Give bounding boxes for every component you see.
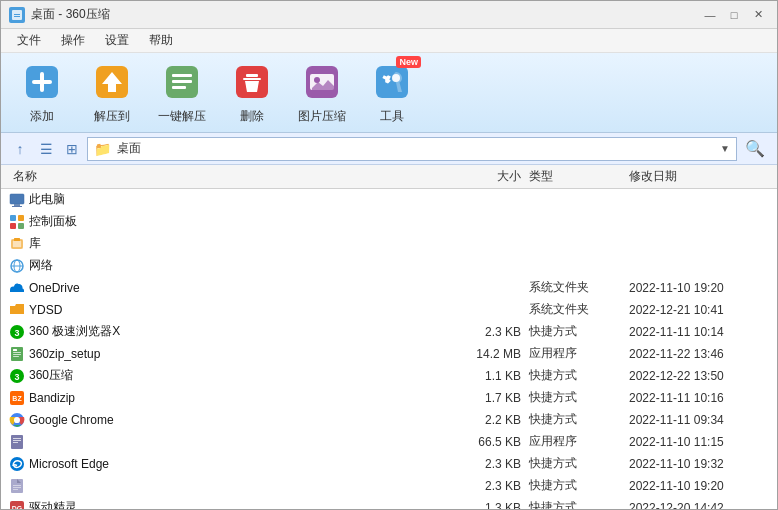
svg-rect-25	[18, 223, 24, 229]
file-row[interactable]: Google Chrome2.2 KB快捷方式2022-11-11 09:34	[1, 409, 777, 431]
file-date: 2022-11-22 13:46	[629, 347, 769, 361]
menu-item-帮助[interactable]: 帮助	[141, 30, 181, 51]
svg-rect-2	[14, 16, 20, 17]
tool-button-extract-to[interactable]: 解压到	[87, 60, 137, 125]
file-name-cell: 网络	[9, 257, 449, 274]
file-size: 1.1 KB	[449, 369, 529, 383]
file-date: 2022-12-22 13:50	[629, 369, 769, 383]
file-row[interactable]: 此电脑	[1, 189, 777, 211]
close-button[interactable]: ✕	[747, 5, 769, 25]
svg-rect-9	[172, 80, 192, 83]
menu-item-文件[interactable]: 文件	[9, 30, 49, 51]
file-icon	[9, 302, 25, 318]
svg-rect-5	[32, 80, 52, 84]
file-row[interactable]: 网络	[1, 255, 777, 277]
file-name: Google Chrome	[29, 413, 114, 427]
file-type: 系统文件夹	[529, 301, 629, 318]
file-size: 66.5 KB	[449, 435, 529, 449]
tool-button-tools[interactable]: 工具	[367, 60, 417, 125]
maximize-button[interactable]: □	[723, 5, 745, 25]
file-name-cell: 控制面板	[9, 213, 449, 230]
tool-button-delete[interactable]: 删除	[227, 60, 277, 125]
file-date: 2022-11-10 19:20	[629, 479, 769, 493]
file-date: 2022-11-11 09:34	[629, 413, 769, 427]
main-content: 名称 大小 类型 修改日期 此电脑控制面板库网络OneDrive系统文件夹202…	[1, 165, 777, 510]
file-row[interactable]: 3360 极速浏览器X2.3 KB快捷方式2022-11-11 10:14	[1, 321, 777, 343]
search-button[interactable]: 🔍	[741, 137, 769, 161]
file-name-cell: BZBandizip	[9, 390, 449, 406]
file-row[interactable]: 库	[1, 233, 777, 255]
col-header-date: 修改日期	[629, 168, 769, 185]
menu-item-操作[interactable]: 操作	[53, 30, 93, 51]
file-icon	[9, 192, 25, 208]
tool-btn-wrap-add: 添加	[17, 60, 67, 125]
column-headers: 名称 大小 类型 修改日期	[1, 165, 777, 189]
file-name: 库	[29, 235, 41, 252]
file-name-cell: 库	[9, 235, 449, 252]
file-row[interactable]: YDSD系统文件夹2022-12-21 10:41	[1, 299, 777, 321]
current-path: 桌面	[117, 140, 714, 157]
file-row[interactable]: 控制面板	[1, 211, 777, 233]
file-row[interactable]: 66.5 KB应用程序2022-11-10 11:15	[1, 431, 777, 453]
title-bar-left: 桌面 - 360压缩	[9, 6, 110, 23]
file-type: 快捷方式	[529, 411, 629, 428]
minimize-button[interactable]: —	[699, 5, 721, 25]
tool-btn-wrap-delete: 删除	[227, 60, 277, 125]
nav-list-button[interactable]: ☰	[35, 138, 57, 160]
tool-btn-wrap-img-compress: 图片压缩	[297, 60, 347, 125]
menu-item-设置[interactable]: 设置	[97, 30, 137, 51]
img-compress-icon	[300, 60, 344, 104]
extract-one-icon	[160, 60, 204, 104]
file-name: 360zip_setup	[29, 347, 100, 361]
file-icon: BZ	[9, 390, 25, 406]
tool-button-add[interactable]: 添加	[17, 60, 67, 125]
svg-rect-21	[12, 206, 22, 207]
address-input[interactable]: 📁 桌面 ▼	[87, 137, 737, 161]
svg-rect-47	[13, 440, 21, 441]
file-date: 2022-12-21 10:41	[629, 303, 769, 317]
file-row[interactable]: 360zip_setup14.2 MB应用程序2022-11-22 13:46	[1, 343, 777, 365]
tool-button-img-compress[interactable]: 图片压缩	[297, 60, 347, 125]
tool-btn-wrap-extract-one: 一键解压	[157, 60, 207, 125]
file-row[interactable]: DG驱动精灵1.3 KB快捷方式2022-12-20 14:42	[1, 497, 777, 510]
add-label: 添加	[30, 108, 54, 125]
folder-icon: 📁	[94, 141, 111, 157]
file-date: 2022-11-11 10:16	[629, 391, 769, 405]
file-row[interactable]: BZBandizip1.7 KB快捷方式2022-11-11 10:16	[1, 387, 777, 409]
file-row[interactable]: Microsoft Edge2.3 KB快捷方式2022-11-10 19:32	[1, 453, 777, 475]
extract-to-label: 解压到	[94, 108, 130, 125]
file-icon	[9, 456, 25, 472]
file-icon: 3	[9, 368, 25, 384]
nav-grid-button[interactable]: ⊞	[61, 138, 83, 160]
file-name-cell	[9, 434, 449, 450]
address-dropdown-button[interactable]: ▼	[720, 143, 730, 154]
svg-text:DG: DG	[12, 505, 23, 511]
svg-rect-8	[172, 74, 192, 77]
window-title: 桌面 - 360压缩	[31, 6, 110, 23]
file-date: 2022-11-10 11:15	[629, 435, 769, 449]
svg-rect-13	[243, 78, 261, 80]
col-header-size: 大小	[449, 168, 529, 185]
svg-rect-23	[18, 215, 24, 221]
file-row[interactable]: OneDrive系统文件夹2022-11-10 19:20	[1, 277, 777, 299]
svg-point-18	[392, 74, 400, 82]
tool-button-extract-one[interactable]: 一键解压	[157, 60, 207, 125]
window-controls: — □ ✕	[699, 5, 769, 25]
toolbar: 添加解压到一键解压删除图片压缩工具New	[1, 53, 777, 133]
file-name: OneDrive	[29, 281, 80, 295]
svg-rect-53	[13, 487, 21, 488]
svg-text:3: 3	[14, 372, 19, 382]
tools-label: 工具	[380, 108, 404, 125]
file-icon	[9, 258, 25, 274]
file-row[interactable]: 3360压缩1.1 KB快捷方式2022-12-22 13:50	[1, 365, 777, 387]
file-name-cell: OneDrive	[9, 280, 449, 296]
file-list: 此电脑控制面板库网络OneDrive系统文件夹2022-11-10 19:20Y…	[1, 189, 777, 510]
svg-rect-1	[14, 14, 20, 15]
file-size: 2.3 KB	[449, 325, 529, 339]
svg-rect-54	[13, 489, 18, 490]
nav-up-button[interactable]: ↑	[9, 138, 31, 160]
svg-rect-24	[10, 223, 16, 229]
file-row[interactable]: 2.3 KB快捷方式2022-11-10 19:20	[1, 475, 777, 497]
file-icon	[9, 280, 25, 296]
file-name: 驱动精灵	[29, 499, 77, 510]
